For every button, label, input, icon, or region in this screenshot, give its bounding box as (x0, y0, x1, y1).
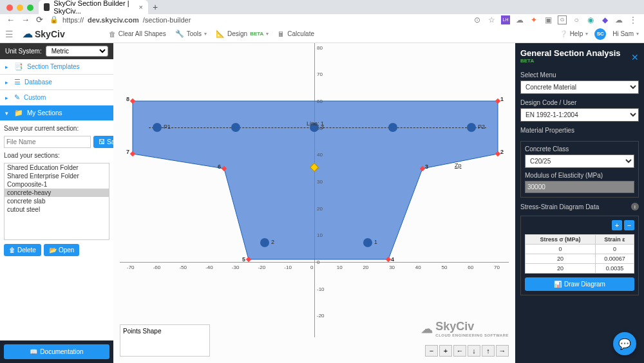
list-item[interactable]: Shared Education Folder (5, 163, 109, 172)
minimize-window-icon[interactable] (17, 5, 23, 11)
cloud-icon: ☁ (23, 28, 33, 40)
y-tick: -10 (317, 286, 325, 292)
help-menu[interactable]: ❔ Help ▾ (560, 30, 589, 37)
user-avatar[interactable]: SC (594, 28, 606, 40)
maximize-window-icon[interactable] (27, 5, 33, 11)
draw-diagram-button[interactable]: 📊 Draw Diagram (525, 277, 634, 291)
zp-label: Zp (455, 162, 462, 169)
chevron-right-icon: ▸ (5, 95, 10, 101)
add-row-button[interactable]: + (612, 220, 622, 230)
list-item[interactable]: concrete slab (5, 197, 109, 205)
tab-close-icon[interactable]: × (139, 3, 143, 11)
chat-button[interactable]: 💬 (613, 332, 636, 355)
star-icon[interactable]: ☆ (487, 15, 496, 24)
y-tick: 60 (317, 98, 323, 104)
pan-up-button[interactable]: ↑ (482, 345, 495, 357)
ext8-icon[interactable]: ◆ (600, 15, 609, 24)
rebar[interactable] (388, 123, 397, 132)
rebar[interactable] (363, 238, 372, 247)
help-icon: ❔ (560, 30, 567, 37)
y-tick: 20 (317, 206, 323, 212)
back-button[interactable]: ← (6, 15, 15, 24)
clear-shapes-button[interactable]: 🗑 Clear All Shapes (109, 30, 166, 38)
ext7-icon[interactable]: ◉ (586, 15, 595, 24)
modulus-input (525, 181, 634, 193)
forward-button[interactable]: → (21, 15, 30, 24)
new-tab-button[interactable]: + (148, 0, 162, 14)
wrench-icon: 🔧 (175, 30, 184, 38)
pan-down-button[interactable]: ↓ (468, 345, 480, 357)
database-icon: ☰ (14, 78, 21, 86)
canvas[interactable]: 1 2 3 4 5 6 7 8 P1 P2 1 2 3 Line: 1 Zp -… (113, 43, 515, 363)
ext5-icon[interactable]: G (558, 15, 567, 24)
address-bar[interactable]: 🔒 https://dev.skyciv.com/section-builder (50, 15, 466, 24)
reload-button[interactable]: ⟳ (36, 15, 43, 24)
stress-strain-table[interactable]: Stress σ (MPa)Strain ε 00200.00067200.00… (525, 234, 634, 274)
calculate-button[interactable]: 🖩 Calculate (278, 30, 314, 38)
list-item[interactable]: cutout steel (5, 205, 109, 214)
unit-select[interactable]: Metric (46, 46, 108, 57)
window-controls[interactable] (6, 5, 33, 11)
y-tick: 50 (317, 126, 323, 131)
pan-left-button[interactable]: ← (453, 345, 466, 357)
table-row[interactable]: 200.0035 (526, 264, 634, 274)
ext4-icon[interactable]: ▣ (544, 15, 553, 24)
logo[interactable]: ☁ SkyCiv (23, 28, 65, 40)
zoom-out-button[interactable]: − (425, 345, 438, 357)
canvas-controls: − + ← ↓ ↑ → (425, 345, 509, 357)
rebar[interactable] (467, 123, 476, 132)
chevron-down-icon: ▾ (636, 31, 639, 37)
ext9-icon[interactable]: ☁ (614, 15, 623, 24)
documentation-button[interactable]: 📖 Documentation (4, 344, 109, 359)
menu-select[interactable]: Concrete Material (520, 80, 639, 94)
list-item[interactable]: concrete-heavy (5, 189, 109, 197)
x-tick: -50 (179, 265, 187, 270)
remove-row-button[interactable]: − (624, 220, 634, 230)
browser-tab[interactable]: SkyCiv Section Builder | SkyCiv... × (39, 0, 148, 14)
list-item[interactable]: Compoosite-1 (5, 180, 109, 189)
trash-icon: 🗑 (9, 247, 15, 254)
lock-icon: 🔒 (50, 15, 59, 24)
y-tick: 70 (317, 71, 323, 77)
folder-open-icon: 📂 (49, 247, 57, 254)
accordion-database[interactable]: ▸ ☰ Database (0, 75, 113, 90)
x-tick: 20 (363, 265, 368, 270)
rebar[interactable] (231, 123, 240, 132)
x-tick: 30 (389, 265, 395, 270)
user-menu[interactable]: Hi Sam ▾ (612, 30, 639, 37)
concrete-class-select[interactable]: C20/25 (525, 154, 634, 168)
menu-icon[interactable]: ⋮ (629, 15, 638, 24)
rebar[interactable] (153, 123, 162, 132)
ext3-icon[interactable]: ✦ (529, 15, 538, 24)
zoom-in-button[interactable]: + (439, 345, 452, 357)
delete-button[interactable]: 🗑 Delete (4, 244, 41, 256)
tools-menu[interactable]: 🔧 Tools ▾ (175, 30, 207, 38)
y-tick: 0 (317, 259, 319, 265)
ext2-icon[interactable]: ☁ (515, 15, 524, 24)
design-menu[interactable]: 📐 Design BETA ▾ (216, 30, 269, 38)
design-code-select[interactable]: EN 1992-1-1:2004 (520, 108, 639, 122)
pan-right-button[interactable]: → (496, 345, 509, 357)
y-tick: 30 (317, 179, 323, 185)
accordion-templates[interactable]: ▸ 📑 Section Templates (0, 59, 113, 75)
chart-icon: 📊 (554, 281, 562, 288)
info-icon[interactable]: i (631, 203, 639, 210)
close-icon[interactable]: ✕ (631, 52, 639, 62)
ext6-icon[interactable]: ○ (572, 15, 581, 24)
save-icon: 🖫 (99, 138, 105, 145)
ext1-icon[interactable]: LH (501, 15, 510, 24)
sections-list[interactable]: Shared Education FolderShared Enterprise… (4, 163, 109, 240)
table-row[interactable]: 00 (526, 245, 634, 254)
search-icon[interactable]: ⊙ (473, 15, 482, 24)
app-toolbar: ☰ ☁ SkyCiv 🗑 Clear All Shapes 🔧 Tools ▾ … (0, 25, 644, 43)
table-row[interactable]: 200.00067 (526, 254, 634, 264)
close-window-icon[interactable] (6, 5, 13, 11)
open-button[interactable]: 📂 Open (44, 244, 79, 256)
shape-info-box[interactable]: Points Shape (120, 324, 210, 357)
hamburger-icon[interactable]: ☰ (5, 29, 14, 39)
accordion-custom[interactable]: ▸ ✎ Custom (0, 90, 113, 106)
accordion-my-sections[interactable]: ▾ 📁 My Sections (0, 106, 113, 121)
file-name-input[interactable] (4, 136, 91, 148)
list-item[interactable]: Shared Enterprise Folder (5, 172, 109, 180)
rebar[interactable] (260, 238, 269, 247)
